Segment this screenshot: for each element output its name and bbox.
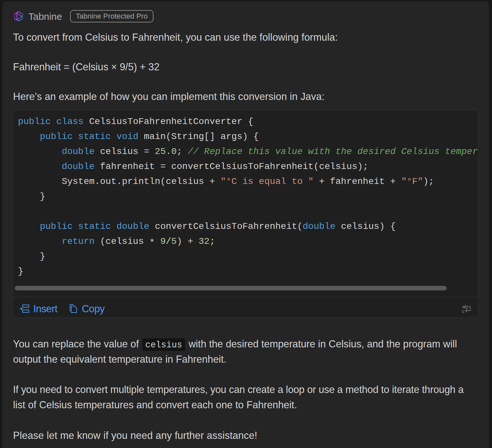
svg-text:c: c — [462, 308, 465, 314]
